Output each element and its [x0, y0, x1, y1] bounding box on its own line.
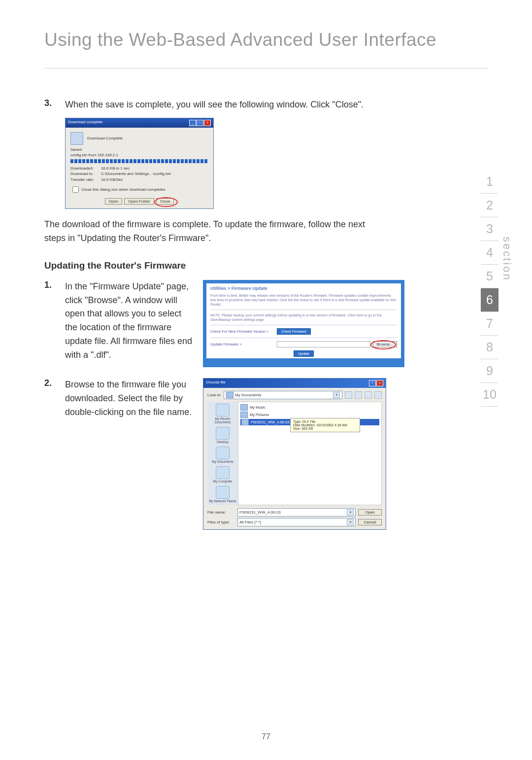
dlwin-title: Download complete	[68, 120, 102, 126]
desktop-icon	[216, 427, 230, 440]
sidebar-label: Desktop	[217, 440, 229, 444]
sidebar-recent[interactable]: My Recent Documents	[207, 404, 238, 424]
chevron-down-icon[interactable]: ▾	[333, 392, 340, 398]
help-icon[interactable]: ?	[369, 380, 376, 386]
chevron-down-icon[interactable]: ▾	[347, 509, 354, 516]
tooltip-line: Type: DLF File	[293, 420, 357, 423]
close-checkbox[interactable]	[72, 186, 79, 193]
cancel-button[interactable]: Cancel	[358, 519, 382, 525]
check-firmware-button[interactable]: Check Firmware	[277, 328, 311, 335]
saved-label: Saved:	[70, 147, 208, 152]
places-sidebar: My Recent Documents Desktop My Documents…	[207, 402, 238, 505]
lookin-dropdown[interactable]: My Documents ▾	[224, 391, 342, 399]
network-icon	[216, 486, 230, 499]
up-icon[interactable]	[355, 391, 362, 399]
fw-heading: Utilities > Firmware Update	[210, 286, 397, 291]
section-tab-10[interactable]: 10	[481, 383, 499, 407]
folder-icon	[240, 404, 248, 411]
lookin-value: My Documents	[235, 393, 261, 397]
back-icon[interactable]	[345, 391, 352, 399]
filename-label: File name:	[207, 510, 235, 515]
list-item-label: F5D8231_WW_4.00.03	[251, 420, 289, 424]
browse-button[interactable]: Browse...	[373, 341, 397, 347]
section-tab-2[interactable]: 2	[481, 194, 499, 217]
filename-input[interactable]: F5D8231_WW_4.00.03 ▾	[237, 508, 356, 517]
title-divider	[44, 68, 488, 69]
update-button[interactable]: Update	[294, 350, 314, 357]
filetype-value: All Files (*.*)	[239, 520, 261, 524]
sidebar-label: My Computer	[213, 480, 232, 483]
rate-label: Transfer rate:	[70, 177, 101, 182]
chevron-down-icon[interactable]: ▾	[347, 519, 354, 525]
download-status: Download Complete	[87, 136, 123, 140]
new-folder-icon[interactable]	[365, 391, 372, 399]
sidebar-label: My Recent Documents	[215, 417, 231, 424]
step-1-text: In the "Firmware Update" page, click "Br…	[65, 280, 193, 362]
list-item[interactable]: My Music	[240, 404, 379, 411]
choose-file-window: Choose file ? × Look in: My Documents ▾	[203, 378, 386, 530]
section-tab-4[interactable]: 4	[481, 241, 499, 265]
sidebar-computer[interactable]: My Computer	[213, 466, 232, 483]
downloaded-label: Downloaded:	[70, 166, 101, 171]
choose-file-title: Choose file	[206, 380, 226, 386]
minimize-icon[interactable]: _	[189, 120, 196, 126]
step-3-text: When the save is complete, you will see …	[65, 98, 364, 112]
fw-divider	[210, 310, 397, 310]
lookin-label: Look in:	[207, 393, 221, 397]
sidebar-label: My Network Places	[209, 499, 236, 503]
firmware-path-input[interactable]	[277, 341, 370, 347]
downloadto-label: Download to:	[70, 171, 101, 176]
section-tab-6-active[interactable]: 6	[481, 288, 499, 312]
page-title: Using the Web-Based Advanced User Interf…	[44, 30, 488, 50]
saved-file: config.bin from 192.168.2.1	[70, 152, 208, 158]
downloaded-value: 16.0 KB in 1 sec	[101, 166, 130, 171]
open-file-button[interactable]: Open	[358, 509, 382, 516]
section-tab-5[interactable]: 5	[481, 265, 499, 288]
step-1-number: 1.	[44, 280, 65, 362]
documents-icon	[216, 447, 230, 459]
sidebar-desktop[interactable]: Desktop	[216, 427, 230, 444]
sidebar-label: My Documents	[212, 460, 233, 463]
step-2-number: 2.	[44, 378, 65, 419]
page-number: 77	[0, 732, 532, 741]
close-button[interactable]: Close	[156, 198, 174, 205]
views-icon[interactable]	[374, 391, 382, 399]
recent-icon	[216, 404, 230, 416]
close-icon[interactable]: ×	[204, 120, 211, 126]
open-button[interactable]: Open	[105, 198, 123, 205]
fw-paragraph-2: NOTE: Please backup your current setting…	[210, 313, 397, 322]
step-3-number: 3.	[44, 98, 65, 112]
close-icon[interactable]: ×	[376, 380, 383, 386]
section-tabs: 1 2 3 4 5 6 7 8 9 10	[481, 170, 499, 407]
progress-bar	[70, 159, 208, 163]
section-tab-8[interactable]: 8	[481, 336, 499, 359]
folder-icon	[240, 412, 248, 418]
list-item-label: My Pictures	[250, 413, 269, 417]
section-tab-1[interactable]: 1	[481, 170, 499, 194]
maximize-icon[interactable]: □	[197, 120, 203, 126]
close-button-label: Close	[160, 199, 170, 204]
sidebar-documents[interactable]: My Documents	[212, 447, 233, 463]
after-download-text: The download of the firmware is complete…	[44, 218, 369, 245]
section-tab-7[interactable]: 7	[481, 312, 499, 336]
computer-icon	[216, 466, 230, 479]
list-item[interactable]: My Pictures	[240, 412, 379, 418]
filetype-dropdown[interactable]: All Files (*.*) ▾	[237, 518, 356, 526]
section-tab-3[interactable]: 3	[481, 217, 499, 241]
close-check-text: Close this dialog box when download comp…	[81, 187, 165, 191]
browse-button-label: Browse...	[377, 342, 393, 346]
folder-icon	[226, 392, 233, 398]
download-icon	[70, 132, 83, 145]
download-complete-window: Download complete _ □ × Download Complet…	[65, 118, 214, 209]
rate-value: 16.0 KB/Sec	[101, 177, 123, 182]
tooltip-line: Size: 803 KB	[293, 427, 357, 430]
file-list[interactable]: My Music My Pictures F5D8231_WW_4.00.03 …	[238, 402, 382, 505]
fw-divider	[210, 325, 397, 325]
file-tooltip: Type: DLF File Date Modified: 10/15/2002…	[290, 418, 360, 432]
open-folder-button[interactable]: Open Folder	[124, 198, 154, 205]
section-tab-9[interactable]: 9	[481, 359, 499, 383]
close-checkbox-label[interactable]: Close this dialog box when download comp…	[70, 185, 208, 194]
check-firmware-label: Check For New Firmware Version >	[210, 329, 277, 334]
fw-paragraph-1: From time to time, Belkin may release ne…	[210, 293, 397, 307]
sidebar-network[interactable]: My Network Places	[209, 486, 236, 503]
